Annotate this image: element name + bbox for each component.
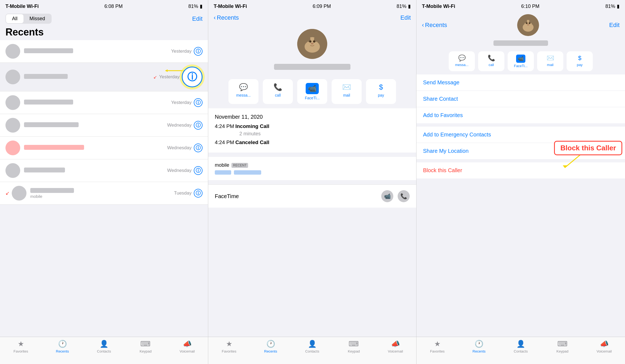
mail-button[interactable]: ✉️ mail bbox=[332, 79, 362, 104]
send-message-row[interactable]: Send Message bbox=[416, 74, 625, 91]
panel2-spacer bbox=[208, 208, 416, 337]
tab-bar-3: ★ Favorites 🕐 Recents 👤 Contacts ⌨ Keypa… bbox=[416, 337, 625, 364]
list-item[interactable]: Yesterday ⓘ bbox=[0, 40, 208, 63]
seg-all[interactable]: All bbox=[6, 14, 23, 23]
tab-recents-label: Recents bbox=[56, 349, 69, 353]
recent-time: Yesterday bbox=[171, 100, 192, 105]
voicemail-icon-2: 📣 bbox=[391, 340, 400, 348]
message-button-3[interactable]: 💬 messa... bbox=[449, 51, 475, 71]
recents-icon: 🕐 bbox=[58, 340, 67, 348]
back-button-3[interactable]: ‹ Recents bbox=[422, 22, 447, 29]
add-favorites-row[interactable]: Add to Favorites bbox=[416, 107, 625, 123]
name-blur bbox=[30, 188, 74, 193]
call-label-3: call bbox=[489, 63, 494, 67]
contact-name-blur-3 bbox=[493, 40, 548, 46]
info-button[interactable]: ⓘ bbox=[194, 98, 203, 107]
tab-contacts[interactable]: 👤 Contacts bbox=[83, 340, 125, 353]
tab-voicemail[interactable]: 📣 Voicemail bbox=[166, 340, 208, 353]
tab-recents-2[interactable]: 🕐 Recents bbox=[250, 340, 291, 353]
facetime-button-3[interactable]: 📹 FaceTi... bbox=[508, 51, 534, 71]
recents-list: Yesterday ⓘ ↙ Yesterday ⓘ bbox=[0, 40, 208, 337]
tab-favorites-label-2: Favorites bbox=[222, 349, 236, 353]
call-button-3[interactable]: 📞 call bbox=[478, 51, 504, 71]
star-icon-3: ★ bbox=[434, 340, 441, 348]
info-section-more: Add to Emergency Contacts Block this Cal… bbox=[416, 127, 625, 159]
recent-info bbox=[24, 100, 171, 106]
info-button[interactable]: ⓘ bbox=[194, 121, 203, 130]
facetime-label-3: FaceTi... bbox=[514, 64, 528, 68]
tab-favorites-3[interactable]: ★ Favorites bbox=[416, 340, 458, 353]
tab-favorites-label-3: Favorites bbox=[430, 349, 445, 353]
emergency-contacts-label: Add to Emergency Contacts bbox=[423, 132, 491, 138]
info-button[interactable]: ⓘ bbox=[194, 47, 203, 56]
recent-meta: Tuesday ⓘ bbox=[174, 189, 203, 198]
info-button[interactable]: ⓘ bbox=[194, 144, 203, 152]
tab-recents[interactable]: 🕐 Recents bbox=[41, 340, 83, 353]
tab-contacts-2[interactable]: 👤 Contacts bbox=[291, 340, 333, 353]
share-contact-row[interactable]: Share Contact bbox=[416, 91, 625, 107]
list-item[interactable]: ↙ Yesterday ⓘ bbox=[0, 63, 208, 91]
emergency-contacts-row[interactable]: Add to Emergency Contacts bbox=[416, 127, 625, 143]
list-item[interactable]: Wednesday ⓘ bbox=[0, 114, 208, 137]
contact-avatar bbox=[297, 29, 327, 59]
name-blur bbox=[24, 74, 68, 79]
info-button[interactable]: ⓘ bbox=[194, 166, 203, 175]
pay-button[interactable]: $ pay bbox=[366, 79, 396, 104]
list-item[interactable]: Yesterday ⓘ bbox=[0, 91, 208, 114]
svg-point-8 bbox=[313, 40, 315, 43]
info-button-highlighted[interactable]: ⓘ bbox=[182, 67, 203, 87]
battery-3: 81% ▮ bbox=[605, 3, 620, 9]
call-log-section: November 11, 2020 4:24 PM Incoming Call … bbox=[208, 108, 416, 153]
name-blur bbox=[24, 48, 73, 53]
pay-button-3[interactable]: $ pay bbox=[567, 51, 593, 71]
call-log-entry-2: 4:24 PM Canceled Call bbox=[215, 139, 410, 145]
recent-time: Yesterday bbox=[171, 49, 192, 54]
mail-label: mail bbox=[343, 93, 350, 97]
facetime-button[interactable]: 📹 FaceTi... bbox=[297, 79, 327, 104]
keypad-icon-3: ⌨ bbox=[557, 340, 568, 348]
phone-icon: 📞 bbox=[273, 83, 282, 91]
edit-btn-2[interactable]: Edit bbox=[400, 14, 411, 21]
call-type-1: Incoming Call bbox=[235, 123, 269, 129]
battery-1: 81% ▮ bbox=[188, 3, 203, 9]
recent-time: Wednesday bbox=[167, 145, 192, 151]
edit-btn-1[interactable]: Edit bbox=[192, 15, 203, 22]
svg-marker-1 bbox=[165, 69, 168, 72]
pay-icon: $ bbox=[379, 83, 383, 91]
tab-contacts-3[interactable]: 👤 Contacts bbox=[500, 340, 542, 353]
message-button[interactable]: 💬 messa... bbox=[228, 79, 258, 104]
info-button[interactable]: ⓘ bbox=[194, 189, 203, 198]
list-item[interactable]: Wednesday ⓘ bbox=[0, 159, 208, 182]
block-highlight-label: Block this Caller bbox=[560, 144, 616, 152]
tab-voicemail-2[interactable]: 📣 Voicemail bbox=[375, 340, 416, 353]
facetime-icon: 📹 bbox=[306, 83, 319, 94]
edit-btn-3[interactable]: Edit bbox=[609, 22, 620, 29]
add-favorites-label: Add to Favorites bbox=[423, 112, 463, 118]
tab-voicemail-3[interactable]: 📣 Voicemail bbox=[583, 340, 625, 353]
recent-time: Wednesday bbox=[167, 168, 192, 173]
mail-button-3[interactable]: ✉️ mail bbox=[537, 51, 563, 71]
seg-missed[interactable]: Missed bbox=[23, 14, 51, 23]
tab-keypad-label-3: Keypad bbox=[556, 349, 569, 353]
tab-keypad[interactable]: ⌨ Keypad bbox=[125, 340, 166, 353]
facetime-audio-btn[interactable]: 📞 bbox=[398, 190, 410, 202]
list-item[interactable]: Wednesday ⓘ bbox=[0, 137, 208, 159]
call-button[interactable]: 📞 call bbox=[263, 79, 293, 104]
svg-point-17 bbox=[527, 24, 529, 25]
tab-favorites-2[interactable]: ★ Favorites bbox=[208, 340, 250, 353]
contact-avatar-area bbox=[208, 23, 416, 75]
back-button-2[interactable]: ‹ Recents bbox=[214, 14, 239, 21]
svg-line-18 bbox=[565, 154, 581, 168]
tab-keypad-3[interactable]: ⌨ Keypad bbox=[541, 340, 583, 353]
tab-keypad-2[interactable]: ⌨ Keypad bbox=[333, 340, 374, 353]
facetime-video-btn[interactable]: 📹 bbox=[381, 190, 393, 202]
tab-recents-label-3: Recents bbox=[472, 349, 486, 353]
recents-title-area: Recents bbox=[0, 25, 208, 40]
missed-call-icon-area: ↙ bbox=[5, 190, 10, 196]
list-item[interactable]: ↙ mobile Tuesday ⓘ bbox=[0, 182, 208, 205]
tab-recents-3[interactable]: 🕐 Recents bbox=[458, 340, 500, 353]
segment-control[interactable]: All Missed bbox=[5, 14, 52, 24]
battery-2: 81% ▮ bbox=[397, 3, 411, 9]
tab-favorites[interactable]: ★ Favorites bbox=[0, 340, 41, 353]
mail-icon: ✉️ bbox=[342, 83, 351, 91]
